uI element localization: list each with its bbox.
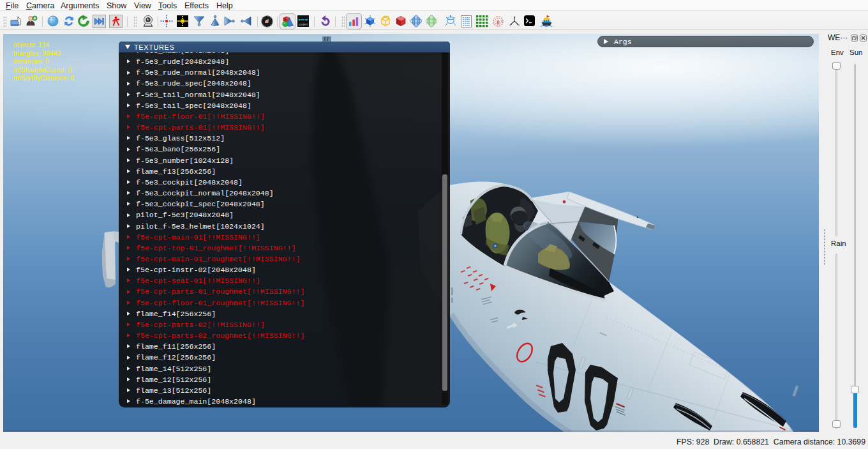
svg-text:8: 8 <box>497 19 500 25</box>
svg-text:X: X <box>509 24 511 27</box>
svg-text:Y: Y <box>514 15 516 19</box>
svg-text:X: X <box>518 24 520 27</box>
svg-text:COCKPIT: COCKPIT <box>299 24 308 26</box>
